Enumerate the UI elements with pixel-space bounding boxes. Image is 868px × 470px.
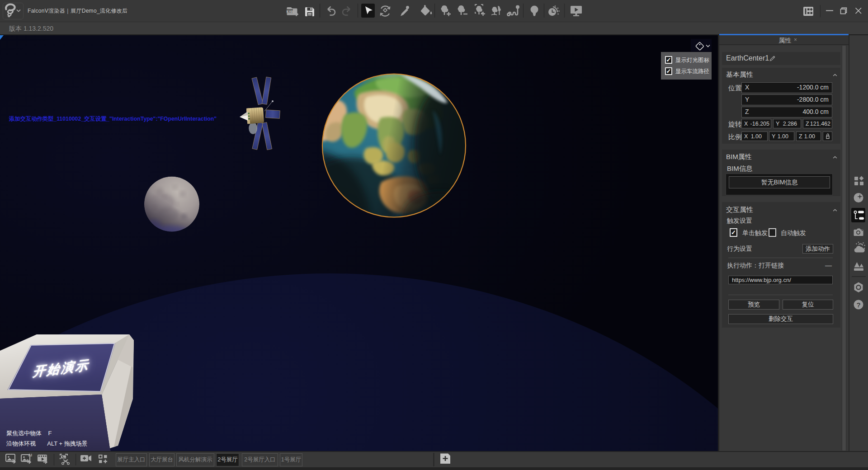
svg-text:EXE: EXE xyxy=(287,9,293,14)
svg-text:AI: AI xyxy=(28,453,32,457)
svg-text:?: ? xyxy=(856,301,860,309)
